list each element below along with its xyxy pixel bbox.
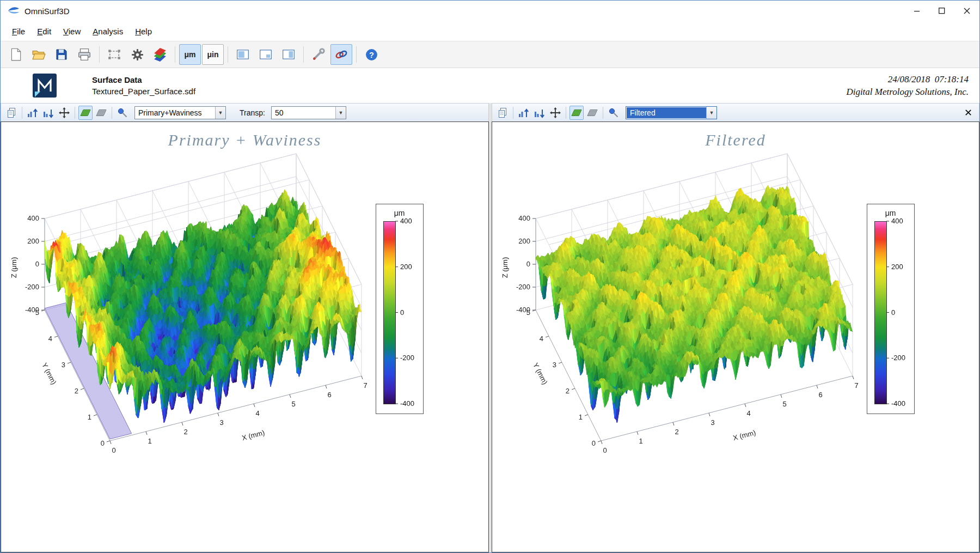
scale-up-button[interactable] bbox=[517, 106, 531, 120]
surface-type-dropdown-left[interactable]: Primary+Waviness ▼ bbox=[134, 106, 226, 119]
settings-button[interactable] bbox=[126, 44, 148, 65]
menu-edit[interactable]: Edit bbox=[31, 23, 57, 40]
datetime-text: 24/08/2018 07:18:14 bbox=[846, 74, 969, 85]
plot-area-left: Primary + Waviness bbox=[1, 121, 489, 552]
toolbar-separator bbox=[303, 46, 304, 63]
menu-help[interactable]: Help bbox=[129, 23, 158, 40]
toolbar-separator bbox=[228, 46, 228, 63]
copy-icon bbox=[497, 107, 509, 119]
save-button[interactable] bbox=[51, 44, 72, 65]
plot-panels: Primary+Waviness ▼ Transp: 50 ▼ Primary … bbox=[1, 103, 979, 552]
surface-3d-icon bbox=[153, 47, 167, 62]
pan-button[interactable] bbox=[57, 106, 71, 120]
surface-type-dropdown-right[interactable]: Filtered ▼ bbox=[626, 106, 717, 119]
dropdown-arrow-icon: ▼ bbox=[706, 107, 716, 119]
open-folder-icon bbox=[32, 47, 46, 62]
save-icon bbox=[55, 48, 68, 61]
copy-button[interactable] bbox=[495, 106, 510, 120]
gray-surface-button[interactable] bbox=[94, 106, 108, 120]
close-icon bbox=[964, 8, 970, 14]
wrench-icon bbox=[311, 47, 326, 62]
toolbar-separator bbox=[99, 46, 100, 63]
gray-surface-button[interactable] bbox=[585, 106, 599, 120]
sort-ascending-icon bbox=[518, 107, 530, 119]
maximize-button[interactable] bbox=[929, 1, 954, 21]
menu-analysis[interactable]: Analysis bbox=[87, 23, 129, 40]
minimize-button[interactable] bbox=[904, 1, 929, 21]
plot-area-right: Filtered bbox=[492, 121, 979, 552]
transparency-label: Transp: bbox=[240, 108, 265, 117]
new-document-icon bbox=[9, 47, 23, 62]
sort-ascending-icon bbox=[27, 107, 39, 119]
surface-3d-button[interactable] bbox=[149, 44, 171, 65]
dropdown-arrow-icon: ▼ bbox=[335, 107, 346, 119]
close-button[interactable] bbox=[954, 1, 979, 21]
digital-metrology-logo bbox=[32, 74, 57, 98]
probe-button[interactable] bbox=[115, 106, 130, 120]
panel-toolbar-left: Primary+Waviness ▼ Transp: 50 ▼ bbox=[1, 103, 489, 121]
panel-primary-waviness: Primary+Waviness ▼ Transp: 50 ▼ Primary … bbox=[1, 103, 489, 552]
units-microinches-button[interactable]: μin bbox=[202, 44, 224, 65]
copy-icon bbox=[5, 107, 17, 119]
link-icon bbox=[334, 47, 348, 62]
surface-plot-primary-waviness[interactable] bbox=[1, 122, 488, 552]
move-arrows-icon bbox=[58, 107, 70, 119]
scale-down-button[interactable] bbox=[532, 106, 547, 120]
link-views-button[interactable] bbox=[330, 44, 352, 65]
surface-gray-icon bbox=[95, 107, 107, 119]
maximize-icon bbox=[939, 8, 945, 14]
panel-close-button[interactable] bbox=[960, 106, 976, 120]
transparency-dropdown[interactable]: 50 ▼ bbox=[271, 106, 346, 119]
main-toolbar: μm μin bbox=[1, 41, 979, 68]
surface-gray-icon bbox=[586, 107, 598, 119]
toolbar-separator bbox=[175, 46, 175, 63]
menu-file[interactable]: File bbox=[6, 23, 31, 40]
pin-icon bbox=[117, 107, 128, 119]
probe-button[interactable] bbox=[607, 106, 621, 120]
tools-button[interactable] bbox=[308, 44, 329, 65]
dropdown-arrow-icon: ▼ bbox=[215, 107, 225, 119]
gear-icon bbox=[131, 48, 144, 62]
sort-descending-icon bbox=[42, 107, 54, 119]
surface-color-icon bbox=[571, 107, 583, 119]
color-surface-button[interactable] bbox=[78, 106, 93, 120]
surface-data-label: Surface Data bbox=[92, 75, 195, 84]
company-text: Digital Metrology Solutions, Inc. bbox=[846, 87, 969, 98]
layout-single-button[interactable] bbox=[232, 44, 254, 65]
title-bar: OmniSurf3D bbox=[1, 1, 979, 21]
help-button[interactable] bbox=[360, 44, 382, 65]
copy-button[interactable] bbox=[4, 106, 19, 120]
select-region-button[interactable] bbox=[103, 44, 125, 65]
surface-plot-filtered[interactable] bbox=[492, 122, 979, 552]
toolbar-separator bbox=[356, 46, 357, 63]
selection-rectangle-icon bbox=[107, 47, 121, 62]
layout-single-icon bbox=[236, 47, 250, 62]
print-icon bbox=[77, 47, 91, 62]
pan-button[interactable] bbox=[548, 106, 562, 120]
minimize-icon bbox=[914, 8, 920, 14]
app-icon bbox=[7, 5, 20, 16]
layout-split-button[interactable] bbox=[278, 44, 299, 65]
window-title: OmniSurf3D bbox=[24, 7, 70, 16]
panel-close-icon bbox=[964, 108, 972, 117]
layout-split-icon bbox=[281, 47, 296, 62]
units-micrometers-button[interactable]: μm bbox=[179, 44, 201, 65]
surface-color-icon bbox=[79, 107, 91, 119]
app-window: OmniSurf3D File Edit View Analysis Help … bbox=[0, 0, 980, 553]
menu-view[interactable]: View bbox=[57, 23, 87, 40]
move-arrows-icon bbox=[549, 107, 561, 119]
print-button[interactable] bbox=[74, 44, 95, 65]
surface-filename: Textured_Paper_Surface.sdf bbox=[92, 87, 195, 96]
open-file-button[interactable] bbox=[28, 44, 50, 65]
layout-inset-icon bbox=[259, 47, 273, 62]
file-info-header: Surface Data Textured_Paper_Surface.sdf … bbox=[1, 68, 979, 103]
panel-toolbar-right: Filtered ▼ bbox=[492, 103, 979, 121]
scale-up-button[interactable] bbox=[26, 106, 40, 120]
scale-down-button[interactable] bbox=[41, 106, 56, 120]
menu-bar: File Edit View Analysis Help bbox=[1, 21, 979, 41]
sort-descending-icon bbox=[534, 107, 546, 119]
layout-inset-button[interactable] bbox=[255, 44, 277, 65]
help-icon bbox=[365, 48, 378, 62]
new-file-button[interactable] bbox=[5, 44, 27, 65]
color-surface-button[interactable] bbox=[569, 106, 584, 120]
